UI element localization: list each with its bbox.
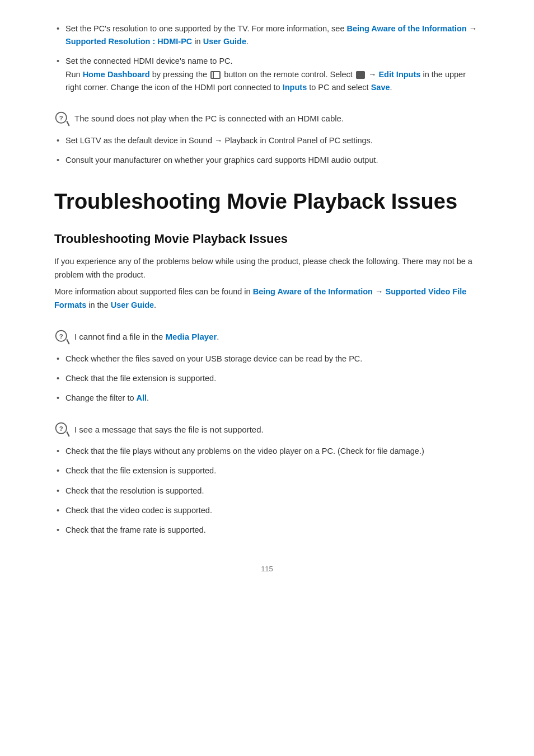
question-header-2: ? I cannot find a file in the Media Play… xyxy=(54,329,480,345)
svg-line-3 xyxy=(67,121,69,125)
q2-text-after: . xyxy=(217,332,219,341)
q3-bullet-2: Check that the file extension is support… xyxy=(54,464,480,477)
q3-b5-text: Check that the frame rate is supported. xyxy=(65,525,206,534)
question1-text: The sound does not play when the PC is c… xyxy=(74,114,344,123)
q1-bullet-1: Set LGTV as the default device in Sound … xyxy=(54,134,480,147)
question3-bullets: Check that the file plays without any pr… xyxy=(54,445,480,537)
bullet2-text-mid2: button on the remote control. Select xyxy=(222,70,355,79)
question1-bullets: Set LGTV as the default device in Sound … xyxy=(54,134,480,167)
q3-bullet-4: Check that the video codec is supported. xyxy=(54,504,480,517)
bullet1-link2[interactable]: Supported Resolution : HDMI-PC xyxy=(65,37,192,46)
menu-icon xyxy=(356,71,365,79)
bullet1-link1[interactable]: Being Aware of the Information xyxy=(347,24,467,33)
bullet-item-2: Set the connected HDMI device's name to … xyxy=(54,55,480,94)
intro-arrow: → xyxy=(373,287,386,296)
intro-para2-mid: in the xyxy=(86,300,111,309)
svg-line-9 xyxy=(67,432,69,436)
question-icon-2: ? xyxy=(54,329,70,345)
q2-b3-text-before: Change the filter to xyxy=(65,393,137,402)
question3-text: I see a message that says the file is no… xyxy=(74,425,264,434)
q3-b2-text: Check that the file extension is support… xyxy=(65,466,216,475)
svg-text:?: ? xyxy=(59,115,63,121)
intro-para2-before: More information about supported files c… xyxy=(54,287,253,296)
q3-b4-text: Check that the video codec is supported. xyxy=(65,506,212,515)
question-section-1: ? The sound does not play when the PC is… xyxy=(54,111,480,167)
bullet-item-1: Set the PC's resolution to one supported… xyxy=(54,22,480,48)
q2-all-link[interactable]: All xyxy=(137,393,147,402)
intro-para1: If you experience any of the problems be… xyxy=(54,255,480,282)
bullet2-text-mid: by pressing the xyxy=(150,70,209,79)
intro-block: If you experience any of the problems be… xyxy=(54,255,480,312)
top-section: Set the PC's resolution to one supported… xyxy=(54,22,480,94)
bullet2-text-end2: to PC and select xyxy=(307,83,371,92)
q1-b1-text: Set LGTV as the default device in Sound … xyxy=(65,136,373,145)
q1-bullet-2: Consult your manufacturer on whether you… xyxy=(54,154,480,167)
bullet1-arrow: → xyxy=(467,24,477,33)
question-section-3: ? I see a message that says the file is … xyxy=(54,421,480,537)
home-button-icon xyxy=(210,71,221,79)
q1-b2-text: Consult your manufacturer on whether you… xyxy=(65,156,378,165)
bullet2-period: . xyxy=(390,83,392,92)
question2-bullets: Check whether the files saved on your US… xyxy=(54,353,480,405)
bullet1-text-before: Set the PC's resolution to one supported… xyxy=(65,24,347,33)
question-header-3: ? I see a message that says the file is … xyxy=(54,421,480,437)
bullet2-link1[interactable]: Home Dashboard xyxy=(83,70,150,79)
svg-text:?: ? xyxy=(59,332,63,339)
q2-bullet-1: Check whether the files saved on your US… xyxy=(54,353,480,365)
question-icon-3: ? xyxy=(54,421,70,437)
question2-text: I cannot find a file in the Media Player… xyxy=(74,332,219,341)
bullet1-period: . xyxy=(246,37,249,46)
bullet2-link4[interactable]: Save xyxy=(371,83,390,92)
question-icon-1: ? xyxy=(54,111,70,126)
intro-link3[interactable]: User Guide xyxy=(111,300,154,309)
q2-b3-period: . xyxy=(147,393,149,402)
bullet2-line1: Set the connected HDMI device's name to … xyxy=(65,57,233,65)
bullet2-run-text: Run xyxy=(65,70,83,79)
q3-bullet-3: Check that the resolution is supported. xyxy=(54,485,480,497)
question-section-2: ? I cannot find a file in the Media Play… xyxy=(54,329,480,405)
svg-text:?: ? xyxy=(59,425,63,432)
intro-link1[interactable]: Being Aware of the Information xyxy=(253,287,373,296)
q3-b3-text: Check that the resolution is supported. xyxy=(65,486,204,495)
bullet2-link3[interactable]: Inputs xyxy=(283,83,307,92)
q2-b2-text: Check that the file extension is support… xyxy=(65,374,216,383)
bullet1-link3[interactable]: User Guide xyxy=(203,37,246,46)
page-container: Set the PC's resolution to one supported… xyxy=(26,0,508,607)
intro-period: . xyxy=(154,300,156,309)
page-number: 115 xyxy=(54,565,480,573)
q3-bullet-1: Check that the file plays without any pr… xyxy=(54,445,480,458)
q3-b1-text: Check that the file plays without any pr… xyxy=(65,447,424,456)
bullet2-link2[interactable]: Edit Inputs xyxy=(378,70,420,79)
q2-text-before: I cannot find a file in the xyxy=(74,332,166,341)
q3-bullet-5: Check that the frame rate is supported. xyxy=(54,524,480,537)
bullet2-arrow: → xyxy=(366,70,379,79)
big-title: Troubleshooting Movie Playback Issues xyxy=(54,189,480,215)
svg-line-6 xyxy=(67,340,69,344)
intro-para2: More information about supported files c… xyxy=(54,285,480,312)
section-title: Troubleshooting Movie Playback Issues xyxy=(54,232,480,246)
bullet1-text-in: in xyxy=(192,37,203,46)
question-header-1: ? The sound does not play when the PC is… xyxy=(54,111,480,126)
q2-bullet-2: Check that the file extension is support… xyxy=(54,372,480,385)
q2-b1-text: Check whether the files saved on your US… xyxy=(65,354,362,363)
top-bullet-list: Set the PC's resolution to one supported… xyxy=(54,22,480,94)
q2-media-player-link[interactable]: Media Player xyxy=(166,332,217,341)
q2-bullet-3: Change the filter to All. xyxy=(54,392,480,405)
